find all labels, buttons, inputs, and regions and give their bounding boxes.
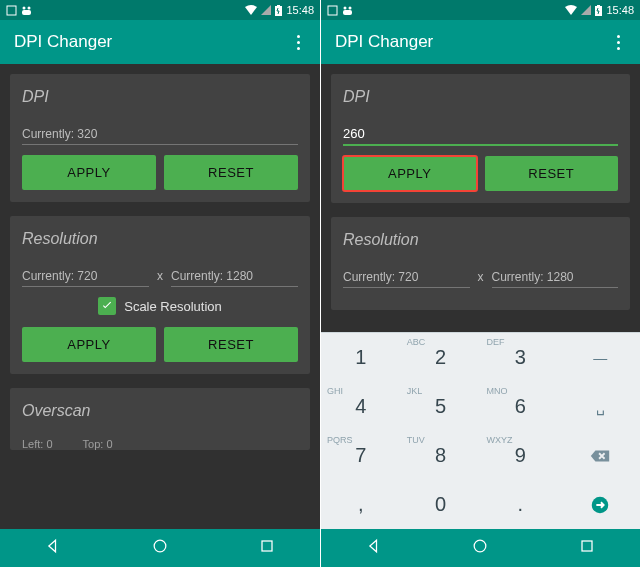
resolution-card: Resolution Currently: 720 x Currently: 1… xyxy=(10,216,310,374)
key-9[interactable]: WXYZ9 xyxy=(481,431,561,480)
key-3[interactable]: DEF3 xyxy=(481,333,561,382)
reset-button[interactable]: RESET xyxy=(164,155,298,190)
screenshot-left: 15:48 DPI Changer DPI Currently: 320 APP… xyxy=(0,0,320,567)
svg-point-1 xyxy=(23,6,26,9)
key-2[interactable]: ABC2 xyxy=(401,333,481,382)
wifi-icon xyxy=(565,5,577,15)
svg-rect-8 xyxy=(328,6,337,15)
key-dash[interactable]: — xyxy=(560,333,640,382)
apply-button[interactable]: APPLY xyxy=(22,327,156,362)
svg-point-2 xyxy=(28,6,31,9)
backspace-icon xyxy=(589,445,611,467)
key-6[interactable]: MNO6 xyxy=(481,382,561,431)
notification-icon xyxy=(327,5,338,16)
key-space[interactable]: ␣ xyxy=(560,382,640,431)
x-separator: x xyxy=(157,269,163,287)
clock: 15:48 xyxy=(606,4,634,16)
scale-label: Scale Resolution xyxy=(124,299,222,314)
overflow-menu-icon[interactable] xyxy=(611,29,626,56)
content-area: DPI Currently: 320 APPLY RESET Resolutio… xyxy=(0,64,320,529)
dpi-value: 260 xyxy=(343,126,365,141)
width-input[interactable]: Currently: 720 xyxy=(343,267,470,288)
battery-icon xyxy=(595,5,602,16)
key-comma[interactable]: , xyxy=(321,480,401,529)
signal-icon xyxy=(261,5,271,15)
app-bar: DPI Changer xyxy=(0,20,320,64)
svg-point-9 xyxy=(344,6,347,9)
status-bar: 15:48 xyxy=(0,0,320,20)
screenshot-right: 15:48 DPI Changer DPI 260 APPLY RESET Re… xyxy=(320,0,640,567)
back-button[interactable] xyxy=(364,536,384,560)
wifi-icon xyxy=(245,5,257,15)
svg-rect-7 xyxy=(262,541,272,551)
svg-point-6 xyxy=(154,540,166,552)
key-0[interactable]: 0 xyxy=(401,480,481,529)
key-1[interactable]: 1 xyxy=(321,333,401,382)
dpi-placeholder: Currently: 320 xyxy=(22,127,97,141)
resolution-title: Resolution xyxy=(343,231,618,249)
key-period[interactable]: . xyxy=(481,480,561,529)
resolution-card: Resolution Currently: 720 x Currently: 1… xyxy=(331,217,630,310)
overscan-title: Overscan xyxy=(22,402,298,420)
recent-button[interactable] xyxy=(577,536,597,560)
dpi-title: DPI xyxy=(22,88,298,106)
width-input[interactable]: Currently: 720 xyxy=(22,266,149,287)
key-enter[interactable] xyxy=(560,480,640,529)
key-8[interactable]: TUV8 xyxy=(401,431,481,480)
key-7[interactable]: PQRS7 xyxy=(321,431,401,480)
home-button[interactable] xyxy=(150,536,170,560)
reset-button[interactable]: RESET xyxy=(164,327,298,362)
dpi-title: DPI xyxy=(343,88,618,106)
home-button[interactable] xyxy=(470,536,490,560)
recent-button[interactable] xyxy=(257,536,277,560)
key-4[interactable]: GHI4 xyxy=(321,382,401,431)
app-title: DPI Changer xyxy=(14,32,112,52)
svg-rect-13 xyxy=(597,5,600,6)
overscan-top: Top: 0 xyxy=(83,438,113,450)
svg-rect-3 xyxy=(22,10,31,15)
reset-button[interactable]: RESET xyxy=(485,156,619,191)
height-input[interactable]: Currently: 1280 xyxy=(171,266,298,287)
height-input[interactable]: Currently: 1280 xyxy=(492,267,619,288)
key-backspace[interactable] xyxy=(560,431,640,480)
nav-bar xyxy=(0,529,320,567)
enter-icon xyxy=(589,494,611,516)
nav-bar xyxy=(321,529,640,567)
status-bar: 15:48 xyxy=(321,0,640,20)
svg-point-10 xyxy=(349,6,352,9)
key-5[interactable]: JKL5 xyxy=(401,382,481,431)
numeric-keyboard: 1 ABC2 DEF3 — GHI4 JKL5 MNO6 ␣ PQRS7 TUV… xyxy=(321,332,640,529)
dpi-card: DPI 260 APPLY RESET xyxy=(331,74,630,203)
back-button[interactable] xyxy=(43,536,63,560)
apply-button[interactable]: APPLY xyxy=(343,156,477,191)
signal-icon xyxy=(581,5,591,15)
svg-rect-16 xyxy=(582,541,592,551)
svg-rect-11 xyxy=(343,10,352,15)
overscan-card: Overscan Left: 0 Top: 0 xyxy=(10,388,310,450)
android-icon xyxy=(21,5,32,16)
overscan-left: Left: 0 xyxy=(22,438,53,450)
dpi-input[interactable]: Currently: 320 xyxy=(22,124,298,145)
android-icon xyxy=(342,5,353,16)
svg-rect-0 xyxy=(7,6,16,15)
x-separator: x xyxy=(478,270,484,288)
dpi-card: DPI Currently: 320 APPLY RESET xyxy=(10,74,310,202)
dpi-input[interactable]: 260 xyxy=(343,124,618,146)
clock: 15:48 xyxy=(286,4,314,16)
battery-icon xyxy=(275,5,282,16)
app-title: DPI Changer xyxy=(335,32,433,52)
app-bar: DPI Changer xyxy=(321,20,640,64)
overflow-menu-icon[interactable] xyxy=(291,29,306,56)
check-icon xyxy=(100,299,114,313)
svg-rect-5 xyxy=(277,5,280,6)
svg-point-15 xyxy=(475,540,487,552)
resolution-title: Resolution xyxy=(22,230,298,248)
scale-checkbox[interactable] xyxy=(98,297,116,315)
notification-icon xyxy=(6,5,17,16)
apply-button[interactable]: APPLY xyxy=(22,155,156,190)
